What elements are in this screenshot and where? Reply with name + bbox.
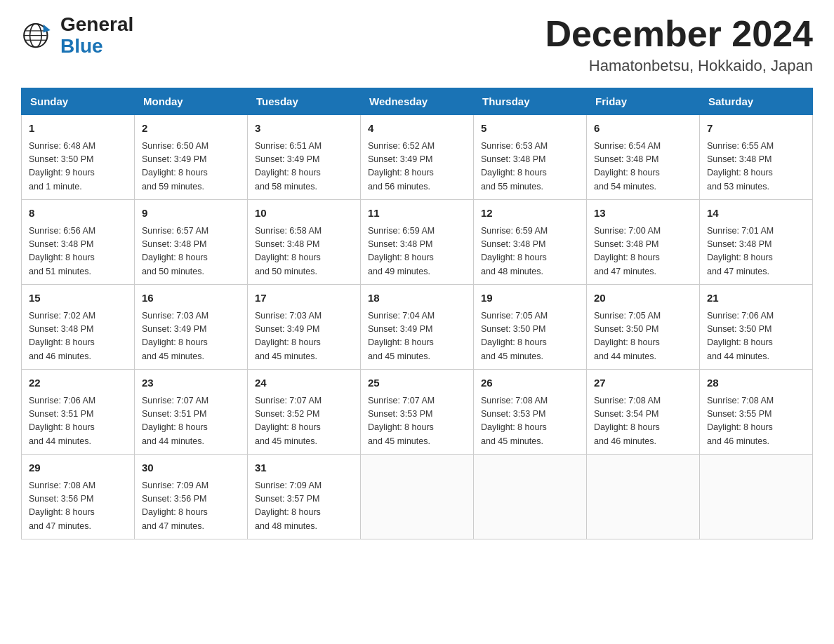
calendar-cell: 3Sunrise: 6:51 AMSunset: 3:49 PMDaylight… — [248, 115, 361, 200]
day-number: 4 — [368, 121, 466, 137]
calendar-week-2: 8Sunrise: 6:56 AMSunset: 3:48 PMDaylight… — [22, 200, 813, 285]
day-number: 16 — [142, 290, 240, 307]
day-number: 15 — [29, 290, 127, 307]
day-header-monday: Monday — [135, 88, 248, 115]
calendar-cell: 22Sunrise: 7:06 AMSunset: 3:51 PMDayligh… — [22, 370, 135, 455]
day-info: Sunrise: 7:08 AMSunset: 3:56 PMDaylight:… — [29, 479, 127, 534]
calendar-cell: 4Sunrise: 6:52 AMSunset: 3:49 PMDaylight… — [361, 115, 474, 200]
day-header-wednesday: Wednesday — [361, 88, 474, 115]
calendar-cell — [474, 455, 587, 539]
day-info: Sunrise: 7:08 AMSunset: 3:53 PMDaylight:… — [481, 394, 579, 449]
calendar-cell: 6Sunrise: 6:54 AMSunset: 3:48 PMDaylight… — [587, 115, 700, 200]
day-info: Sunrise: 7:04 AMSunset: 3:49 PMDaylight:… — [368, 309, 466, 364]
day-info: Sunrise: 7:07 AMSunset: 3:53 PMDaylight:… — [368, 394, 466, 449]
calendar-body: 1Sunrise: 6:48 AMSunset: 3:50 PMDaylight… — [22, 115, 813, 539]
day-number: 20 — [594, 290, 692, 307]
calendar-cell: 21Sunrise: 7:06 AMSunset: 3:50 PMDayligh… — [700, 285, 813, 370]
calendar-cell: 25Sunrise: 7:07 AMSunset: 3:53 PMDayligh… — [361, 370, 474, 455]
day-info: Sunrise: 7:08 AMSunset: 3:55 PMDaylight:… — [707, 394, 805, 449]
day-info: Sunrise: 6:59 AMSunset: 3:48 PMDaylight:… — [368, 224, 466, 279]
day-info: Sunrise: 6:51 AMSunset: 3:49 PMDaylight:… — [255, 140, 353, 194]
day-header-thursday: Thursday — [474, 88, 587, 115]
day-number: 9 — [142, 206, 240, 222]
day-number: 31 — [255, 460, 353, 476]
calendar-cell: 16Sunrise: 7:03 AMSunset: 3:49 PMDayligh… — [135, 285, 248, 370]
calendar-cell: 12Sunrise: 6:59 AMSunset: 3:48 PMDayligh… — [474, 200, 587, 285]
calendar-cell: 17Sunrise: 7:03 AMSunset: 3:49 PMDayligh… — [248, 285, 361, 370]
calendar-cell: 29Sunrise: 7:08 AMSunset: 3:56 PMDayligh… — [22, 455, 135, 539]
day-number: 26 — [481, 375, 579, 391]
calendar-cell: 11Sunrise: 6:59 AMSunset: 3:48 PMDayligh… — [361, 200, 474, 285]
day-info: Sunrise: 7:03 AMSunset: 3:49 PMDaylight:… — [142, 309, 240, 364]
day-info: Sunrise: 6:54 AMSunset: 3:48 PMDaylight:… — [594, 140, 692, 194]
calendar-cell: 26Sunrise: 7:08 AMSunset: 3:53 PMDayligh… — [474, 370, 587, 455]
calendar-cell: 5Sunrise: 6:53 AMSunset: 3:48 PMDaylight… — [474, 115, 587, 200]
day-info: Sunrise: 6:59 AMSunset: 3:48 PMDaylight:… — [481, 224, 579, 279]
day-number: 1 — [29, 121, 127, 137]
day-info: Sunrise: 6:56 AMSunset: 3:48 PMDaylight:… — [29, 224, 127, 279]
day-info: Sunrise: 7:05 AMSunset: 3:50 PMDaylight:… — [594, 309, 692, 364]
calendar-week-3: 15Sunrise: 7:02 AMSunset: 3:48 PMDayligh… — [22, 285, 813, 370]
day-number: 14 — [707, 206, 805, 222]
day-number: 11 — [368, 206, 466, 222]
day-info: Sunrise: 6:58 AMSunset: 3:48 PMDaylight:… — [255, 224, 353, 279]
calendar-cell: 15Sunrise: 7:02 AMSunset: 3:48 PMDayligh… — [22, 285, 135, 370]
calendar-cell: 7Sunrise: 6:55 AMSunset: 3:48 PMDaylight… — [700, 115, 813, 200]
day-info: Sunrise: 7:00 AMSunset: 3:48 PMDaylight:… — [594, 224, 692, 279]
calendar-cell: 2Sunrise: 6:50 AMSunset: 3:49 PMDaylight… — [135, 115, 248, 200]
calendar-cell: 24Sunrise: 7:07 AMSunset: 3:52 PMDayligh… — [248, 370, 361, 455]
day-info: Sunrise: 7:05 AMSunset: 3:50 PMDaylight:… — [481, 309, 579, 364]
logo-general-text: General — [60, 14, 133, 36]
day-info: Sunrise: 6:53 AMSunset: 3:48 PMDaylight:… — [481, 140, 579, 194]
day-header-sunday: Sunday — [22, 88, 135, 115]
day-info: Sunrise: 7:02 AMSunset: 3:48 PMDaylight:… — [29, 309, 127, 364]
day-number: 2 — [142, 121, 240, 137]
day-info: Sunrise: 6:57 AMSunset: 3:48 PMDaylight:… — [142, 224, 240, 279]
logo-blue-text: Blue — [60, 36, 133, 58]
logo-name: General Blue — [60, 14, 133, 58]
day-number: 30 — [142, 460, 240, 476]
page-header: General Blue December 2024 Hamatonbetsu,… — [21, 14, 813, 75]
calendar-cell — [587, 455, 700, 539]
calendar-cell — [700, 455, 813, 539]
day-number: 6 — [594, 121, 692, 137]
day-info: Sunrise: 7:09 AMSunset: 3:57 PMDaylight:… — [255, 479, 353, 534]
calendar-cell: 31Sunrise: 7:09 AMSunset: 3:57 PMDayligh… — [248, 455, 361, 539]
calendar-table: SundayMondayTuesdayWednesdayThursdayFrid… — [21, 88, 813, 539]
calendar-cell: 18Sunrise: 7:04 AMSunset: 3:49 PMDayligh… — [361, 285, 474, 370]
day-info: Sunrise: 7:08 AMSunset: 3:54 PMDaylight:… — [594, 394, 692, 449]
day-number: 18 — [368, 290, 466, 307]
calendar-week-5: 29Sunrise: 7:08 AMSunset: 3:56 PMDayligh… — [22, 455, 813, 539]
day-info: Sunrise: 7:01 AMSunset: 3:48 PMDaylight:… — [707, 224, 805, 279]
calendar-cell — [361, 455, 474, 539]
calendar-cell: 28Sunrise: 7:08 AMSunset: 3:55 PMDayligh… — [700, 370, 813, 455]
calendar-cell: 19Sunrise: 7:05 AMSunset: 3:50 PMDayligh… — [474, 285, 587, 370]
header-row: SundayMondayTuesdayWednesdayThursdayFrid… — [22, 88, 813, 115]
calendar-cell: 8Sunrise: 6:56 AMSunset: 3:48 PMDaylight… — [22, 200, 135, 285]
calendar-week-4: 22Sunrise: 7:06 AMSunset: 3:51 PMDayligh… — [22, 370, 813, 455]
calendar-cell: 27Sunrise: 7:08 AMSunset: 3:54 PMDayligh… — [587, 370, 700, 455]
day-info: Sunrise: 7:07 AMSunset: 3:52 PMDaylight:… — [255, 394, 353, 449]
calendar-title: December 2024 — [545, 14, 813, 54]
day-number: 28 — [707, 375, 805, 391]
day-number: 8 — [29, 206, 127, 222]
calendar-cell: 1Sunrise: 6:48 AMSunset: 3:50 PMDaylight… — [22, 115, 135, 200]
day-header-friday: Friday — [587, 88, 700, 115]
day-number: 17 — [255, 290, 353, 307]
logo: General Blue — [21, 14, 133, 58]
title-block: December 2024 Hamatonbetsu, Hokkaido, Ja… — [545, 14, 813, 75]
day-info: Sunrise: 6:48 AMSunset: 3:50 PMDaylight:… — [29, 140, 127, 194]
day-number: 27 — [594, 375, 692, 391]
day-info: Sunrise: 6:52 AMSunset: 3:49 PMDaylight:… — [368, 140, 466, 194]
day-info: Sunrise: 7:06 AMSunset: 3:51 PMDaylight:… — [29, 394, 127, 449]
svg-marker-5 — [44, 25, 51, 33]
day-number: 13 — [594, 206, 692, 222]
day-number: 3 — [255, 121, 353, 137]
day-info: Sunrise: 7:07 AMSunset: 3:51 PMDaylight:… — [142, 394, 240, 449]
calendar-cell: 20Sunrise: 7:05 AMSunset: 3:50 PMDayligh… — [587, 285, 700, 370]
calendar-header: SundayMondayTuesdayWednesdayThursdayFrid… — [22, 88, 813, 115]
calendar-cell: 14Sunrise: 7:01 AMSunset: 3:48 PMDayligh… — [700, 200, 813, 285]
logo-icon — [21, 18, 56, 53]
day-info: Sunrise: 7:03 AMSunset: 3:49 PMDaylight:… — [255, 309, 353, 364]
day-header-tuesday: Tuesday — [248, 88, 361, 115]
